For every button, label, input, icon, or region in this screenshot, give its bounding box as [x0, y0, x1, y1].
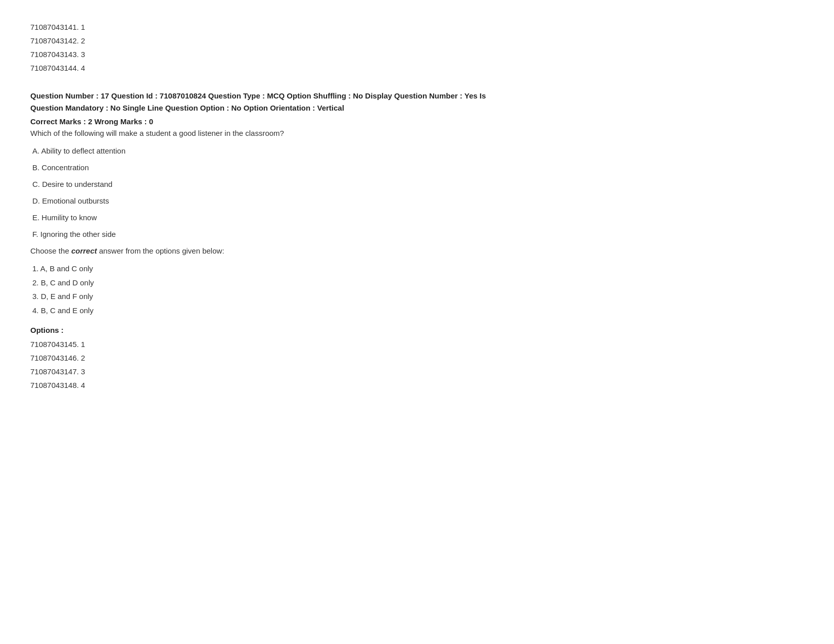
options-label: Options :	[30, 326, 804, 334]
answer-option: 4. B, C and E only	[30, 304, 804, 317]
option-item: B. Concentration	[30, 163, 804, 172]
question-text: Which of the following will make a stude…	[30, 129, 804, 137]
option-ids: 71087043145. 171087043146. 271087043147.…	[30, 337, 804, 392]
option-item: A. Ability to deflect attention	[30, 146, 804, 155]
question-meta: Question Number : 17 Question Id : 71087…	[30, 90, 804, 114]
list-item: 71087043143. 3	[30, 47, 804, 61]
answer-option: 2. B, C and D only	[30, 276, 804, 289]
choose-bold: correct	[71, 246, 97, 255]
option-item: C. Desire to understand	[30, 180, 804, 188]
list-item: 71087043142. 2	[30, 34, 804, 47]
list-item: 71087043141. 1	[30, 20, 804, 34]
choose-suffix: answer from the options given below:	[97, 246, 224, 255]
choose-text: Choose the correct answer from the optio…	[30, 246, 804, 255]
previous-option-ids: 71087043141. 171087043142. 271087043143.…	[30, 20, 804, 75]
list-item: 71087043144. 4	[30, 61, 804, 75]
option-item: E. Humility to know	[30, 213, 804, 222]
answer-option: 1. A, B and C only	[30, 262, 804, 275]
question-options-list: A. Ability to deflect attentionB. Concen…	[30, 146, 804, 238]
list-item: 71087043147. 3	[30, 365, 804, 378]
option-item: D. Emotional outbursts	[30, 196, 804, 205]
meta-line2: Question Mandatory : No Single Line Ques…	[30, 104, 344, 112]
list-item: 71087043146. 2	[30, 351, 804, 365]
choose-prefix: Choose the	[30, 246, 71, 255]
answer-option: 3. D, E and F only	[30, 290, 804, 303]
meta-line1: Question Number : 17 Question Id : 71087…	[30, 91, 486, 100]
option-item: F. Ignoring the other side	[30, 230, 804, 238]
list-item: 71087043148. 4	[30, 378, 804, 392]
answer-options: 1. A, B and C only2. B, C and D only3. D…	[30, 262, 804, 317]
correct-marks: Correct Marks : 2 Wrong Marks : 0	[30, 117, 804, 126]
list-item: 71087043145. 1	[30, 337, 804, 351]
question-block: Question Number : 17 Question Id : 71087…	[30, 90, 804, 392]
